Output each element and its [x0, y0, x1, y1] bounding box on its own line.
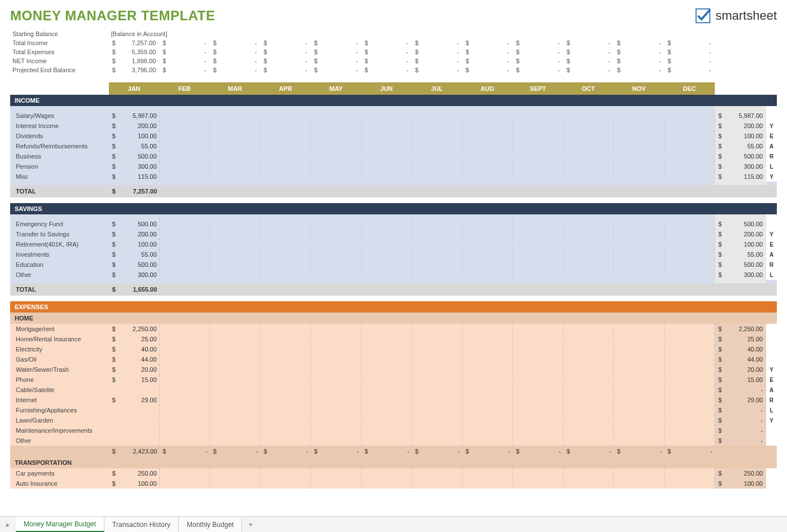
value-cell[interactable]: [361, 172, 411, 182]
value-cell[interactable]: [614, 415, 664, 425]
summary-cell[interactable]: -: [210, 47, 260, 56]
value-cell[interactable]: [513, 270, 563, 280]
value-cell[interactable]: [159, 131, 209, 141]
value-cell[interactable]: [513, 151, 563, 161]
value-cell[interactable]: [563, 415, 613, 425]
value-cell[interactable]: [210, 478, 260, 489]
value-cell[interactable]: [210, 260, 260, 270]
value-cell[interactable]: [563, 468, 613, 478]
value-cell[interactable]: [361, 436, 411, 446]
value-cell[interactable]: [664, 249, 714, 260]
value-cell[interactable]: [412, 141, 462, 151]
value-cell[interactable]: [664, 436, 714, 446]
value-cell[interactable]: [614, 395, 664, 405]
value-cell[interactable]: [462, 354, 512, 364]
value-cell[interactable]: [664, 324, 714, 334]
summary-cell[interactable]: -: [563, 47, 613, 56]
value-cell[interactable]: [614, 324, 664, 334]
summary-cell[interactable]: -: [513, 56, 563, 65]
value-cell[interactable]: [513, 344, 563, 354]
value-cell[interactable]: [614, 425, 664, 436]
value-cell[interactable]: [513, 425, 563, 436]
value-cell[interactable]: [462, 468, 512, 478]
value-cell[interactable]: [210, 375, 260, 385]
value-cell[interactable]: [159, 111, 209, 121]
value-cell[interactable]: [109, 425, 159, 436]
value-cell[interactable]: [260, 364, 310, 375]
value-cell[interactable]: [664, 425, 714, 436]
value-cell[interactable]: 5,987.00: [109, 111, 159, 121]
summary-cell[interactable]: -: [260, 65, 310, 74]
value-cell[interactable]: [412, 478, 462, 489]
summary-cell[interactable]: -: [664, 65, 715, 74]
value-cell[interactable]: [412, 468, 462, 478]
value-cell[interactable]: [513, 405, 563, 415]
value-cell[interactable]: [210, 229, 260, 239]
value-cell[interactable]: 200.00: [109, 121, 159, 131]
value-cell[interactable]: [260, 111, 310, 121]
value-cell[interactable]: 29.00: [109, 395, 159, 405]
value-cell[interactable]: [159, 172, 209, 182]
value-cell[interactable]: [159, 364, 209, 375]
value-cell[interactable]: [260, 260, 310, 270]
value-cell[interactable]: [563, 395, 613, 405]
value-cell[interactable]: [563, 219, 613, 229]
value-cell[interactable]: [614, 249, 664, 260]
value-cell[interactable]: [614, 344, 664, 354]
value-cell[interactable]: [159, 478, 209, 489]
value-cell[interactable]: [462, 415, 512, 425]
value-cell[interactable]: [210, 405, 260, 415]
value-cell[interactable]: [664, 385, 714, 395]
value-cell[interactable]: [664, 270, 714, 280]
summary-cell[interactable]: 3,796.00: [109, 65, 159, 74]
value-cell[interactable]: [210, 385, 260, 395]
value-cell[interactable]: [311, 415, 361, 425]
value-cell[interactable]: [664, 260, 714, 270]
summary-cell[interactable]: -: [513, 38, 563, 47]
value-cell[interactable]: [462, 324, 512, 334]
value-cell[interactable]: [513, 131, 563, 141]
value-cell[interactable]: [361, 478, 411, 489]
value-cell[interactable]: [361, 354, 411, 364]
value-cell[interactable]: [210, 141, 260, 151]
value-cell[interactable]: [361, 334, 411, 344]
value-cell[interactable]: [311, 260, 361, 270]
value-cell[interactable]: [159, 415, 209, 425]
value-cell[interactable]: 55.00: [109, 141, 159, 151]
value-cell[interactable]: [614, 354, 664, 364]
value-cell[interactable]: [361, 395, 411, 405]
summary-cell[interactable]: 1,898.00: [109, 56, 159, 65]
value-cell[interactable]: [361, 229, 411, 239]
value-cell[interactable]: [513, 375, 563, 385]
value-cell[interactable]: [311, 229, 361, 239]
value-cell[interactable]: [462, 239, 512, 249]
value-cell[interactable]: [210, 161, 260, 172]
summary-cell[interactable]: -: [563, 65, 613, 74]
value-cell[interactable]: [260, 239, 310, 249]
summary-cell[interactable]: -: [664, 38, 715, 47]
value-cell[interactable]: [109, 405, 159, 415]
value-cell[interactable]: 500.00: [109, 219, 159, 229]
value-cell[interactable]: [412, 239, 462, 249]
value-cell[interactable]: [109, 436, 159, 446]
summary-cell[interactable]: -: [311, 65, 361, 74]
value-cell[interactable]: 2,250.00: [109, 324, 159, 334]
summary-cell[interactable]: -: [664, 47, 715, 56]
value-cell[interactable]: [462, 364, 512, 375]
value-cell[interactable]: [260, 415, 310, 425]
summary-cell[interactable]: -: [210, 38, 260, 47]
value-cell[interactable]: [260, 425, 310, 436]
value-cell[interactable]: 300.00: [109, 161, 159, 172]
value-cell[interactable]: [361, 239, 411, 249]
value-cell[interactable]: 20.00: [109, 364, 159, 375]
value-cell[interactable]: [159, 239, 209, 249]
value-cell[interactable]: [412, 121, 462, 131]
value-cell[interactable]: [311, 172, 361, 182]
value-cell[interactable]: [664, 354, 714, 364]
value-cell[interactable]: [260, 229, 310, 239]
value-cell[interactable]: [109, 415, 159, 425]
value-cell[interactable]: [513, 436, 563, 446]
value-cell[interactable]: [614, 260, 664, 270]
summary-cell[interactable]: -: [159, 56, 209, 65]
summary-cell[interactable]: -: [462, 56, 512, 65]
